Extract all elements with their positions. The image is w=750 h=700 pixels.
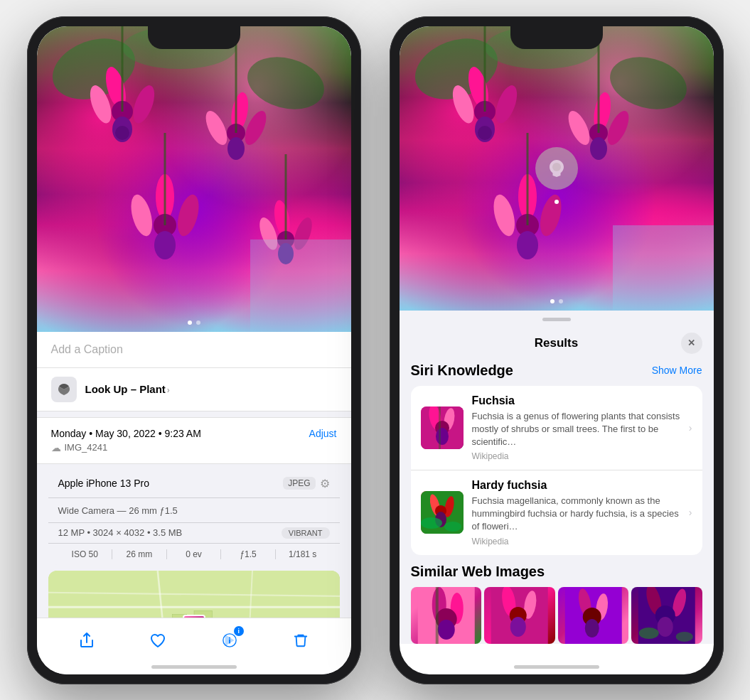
hardy-chevron: ›: [689, 507, 692, 518]
fuchsia-thumbnail: [421, 406, 464, 449]
svg-point-86: [510, 617, 526, 637]
cloud-icon: ☁: [51, 442, 61, 453]
info-section: Monday • May 30, 2022 • 9:23 AM Adjust ☁…: [37, 417, 351, 464]
hardy-source: Wikipedia: [472, 537, 680, 546]
flower-svg: [37, 26, 351, 332]
svg-point-98: [676, 632, 693, 642]
caption-area[interactable]: Add a Caption: [37, 332, 351, 368]
svg-point-39: [604, 48, 692, 117]
svg-rect-68: [439, 406, 441, 449]
photo-area[interactable]: [37, 26, 351, 332]
phones-container: Add a Caption Look Up – Plant›: [27, 16, 724, 684]
similar-image-4[interactable]: [631, 587, 702, 644]
svg-point-55: [489, 192, 518, 238]
fuchsia-chevron: ›: [689, 422, 692, 434]
location-row: ☁ IMG_4241: [51, 442, 337, 453]
svg-point-74: [421, 517, 442, 529]
svg-point-12: [201, 107, 231, 147]
camera-info: Apple iPhone 13 Pro JPEG ⚙ Wide Camera —…: [48, 470, 340, 565]
visual-lookup-icon: [51, 377, 77, 402]
adjust-button[interactable]: Adjust: [309, 428, 337, 439]
camera-specs-text: 12 MP • 3024 × 4032 • 3.5 MB: [58, 527, 183, 538]
hardy-title: Hardy fuchsia: [472, 479, 680, 492]
right-page-dots: [550, 299, 563, 303]
settings-icon: ⚙: [320, 477, 330, 490]
svg-point-47: [478, 126, 492, 140]
svg-point-42: [491, 82, 521, 126]
date-row: Monday • May 30, 2022 • 9:23 AM Adjust: [51, 428, 337, 439]
heart-button[interactable]: [142, 625, 173, 656]
results-handle[interactable]: [542, 318, 571, 321]
delete-button[interactable]: [285, 625, 316, 656]
info-button[interactable]: i: [214, 625, 245, 656]
siri-knowledge-title: Siri Knowledge: [411, 362, 513, 379]
hardy-thumbnail: [421, 491, 464, 534]
right-content-area: Results ✕ Siri Knowledge Show More: [400, 311, 714, 674]
page-dot-1: [188, 321, 192, 325]
svg-point-67: [436, 428, 449, 445]
exif-ev: 0 ev: [167, 549, 222, 559]
svg-point-96: [658, 617, 673, 637]
location-text: IMG_4241: [65, 442, 108, 453]
right-notch: [510, 26, 603, 49]
svg-point-4: [129, 82, 159, 126]
svg-point-1: [241, 48, 329, 117]
svg-rect-29: [250, 239, 351, 332]
hardy-card-content: Hardy fuchsia Fuchsia magellanica, commo…: [472, 479, 680, 546]
notch: [148, 26, 240, 49]
svg-point-19: [154, 231, 176, 259]
svg-point-75: [444, 522, 461, 532]
svg-point-52: [590, 137, 607, 160]
knowledge-card-hardy[interactable]: Hardy fuchsia Fuchsia magellanica, commo…: [411, 470, 702, 555]
right-phone: Results ✕ Siri Knowledge Show More: [390, 16, 724, 684]
camera-specs: 12 MP • 3024 × 4032 • 3.5 MB VIBRANT: [48, 523, 340, 544]
svg-point-80: [437, 620, 454, 640]
vi-dot: [555, 200, 559, 204]
svg-point-54: [536, 192, 565, 238]
visual-intelligence-button[interactable]: [535, 147, 578, 190]
fuchsia-description: Fuchsia is a genus of flowering plants t…: [472, 410, 680, 449]
left-phone-screen: Add a Caption Look Up – Plant›: [37, 26, 351, 674]
svg-point-57: [517, 231, 538, 259]
exif-focal: 26 mm: [112, 549, 167, 559]
right-home-indicator: [514, 665, 599, 669]
similar-image-3[interactable]: [558, 587, 629, 644]
fuchsia-card-content: Fuchsia Fuchsia is a genus of flowering …: [472, 394, 680, 462]
similar-image-2[interactable]: [484, 587, 555, 644]
share-button[interactable]: [71, 625, 102, 656]
camera-model: Apple iPhone 13 Pro: [58, 478, 149, 489]
svg-point-17: [127, 192, 156, 238]
show-more-button[interactable]: Show More: [652, 365, 702, 376]
lookup-row[interactable]: Look Up – Plant›: [37, 368, 351, 411]
right-photo-area[interactable]: [400, 26, 714, 311]
fuchsia-source: Wikipedia: [472, 451, 680, 461]
right-page-dot-2: [559, 299, 563, 303]
close-button[interactable]: ✕: [681, 333, 702, 354]
info-badge: i: [234, 626, 244, 636]
caption-placeholder[interactable]: Add a Caption: [51, 343, 123, 355]
svg-point-97: [639, 628, 659, 639]
exif-iso: ISO 50: [58, 549, 113, 559]
camera-lens: Wide Camera — 26 mm ƒ1.5: [58, 505, 178, 516]
camera-lens-row: Wide Camera — 26 mm ƒ1.5: [48, 498, 340, 523]
lookup-chevron: ›: [167, 385, 170, 395]
right-phone-screen: Results ✕ Siri Knowledge Show More: [400, 26, 714, 674]
map-preview[interactable]: [48, 571, 340, 618]
results-panel: Results ✕ Siri Knowledge Show More: [400, 311, 714, 644]
lookup-bold: Look Up –: [85, 383, 137, 395]
exif-aperture: ƒ1.5: [221, 549, 276, 559]
left-phone: Add a Caption Look Up – Plant›: [27, 16, 361, 684]
similar-images-title: Similar Web Images: [411, 564, 702, 580]
svg-rect-61: [613, 225, 714, 311]
svg-point-16: [173, 192, 203, 238]
page-dot-2: [196, 321, 200, 325]
camera-badges: JPEG ⚙: [283, 477, 329, 490]
left-content-scroll: Add a Caption Look Up – Plant›: [37, 332, 351, 618]
vibrant-badge: VIBRANT: [282, 527, 330, 539]
map-svg: [48, 571, 340, 618]
lookup-label: Look Up – Plant›: [85, 383, 170, 395]
knowledge-card-fuchsia[interactable]: Fuchsia Fuchsia is a genus of flowering …: [411, 386, 702, 471]
exif-shutter: 1/181 s: [276, 549, 330, 559]
date-text: Monday • May 30, 2022 • 9:23 AM: [51, 428, 201, 439]
similar-image-1[interactable]: [411, 587, 482, 644]
